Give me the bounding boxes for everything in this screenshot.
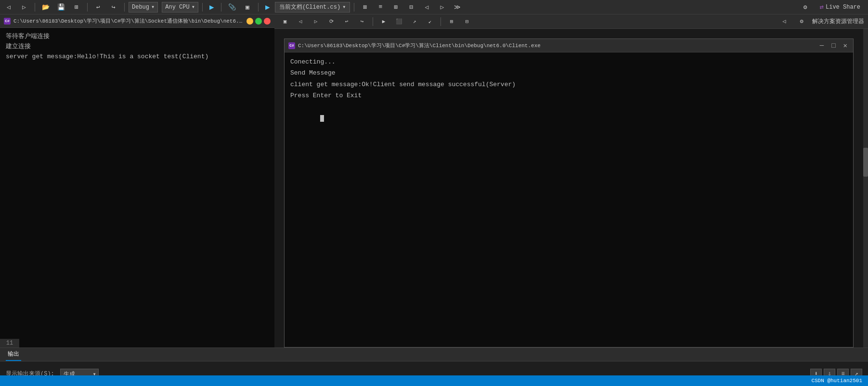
cpu-label: Any CPU	[165, 4, 189, 11]
tb2-btn6[interactable]: ↪	[355, 15, 369, 28]
attach-btn[interactable]: 📎	[225, 0, 239, 14]
client-console-icon: C#	[288, 42, 295, 49]
save-btn[interactable]: 💾	[54, 0, 68, 14]
cpu-chevron: ▾	[192, 3, 195, 11]
tb2-btn11[interactable]: ⊞	[445, 15, 458, 28]
run-current-btn[interactable]: ▶	[262, 2, 273, 13]
divider-4	[202, 3, 203, 12]
output-tab-label: 输出	[8, 350, 19, 358]
divider-5	[221, 3, 221, 12]
divider-7	[354, 3, 354, 12]
sol-settings-icon[interactable]: ⚙	[795, 15, 808, 28]
server-console-panel: C# C:\Users\86183\Desktop\学习\项目\C#学习\算法\…	[0, 14, 274, 347]
server-console-title: C:\Users\86183\Desktop\学习\项目\C#学习\算法\Soc…	[13, 17, 244, 25]
divider-1	[35, 3, 35, 12]
client-console-title: C:\Users\86183\Desktop\学习\项目\C#学习\算法\Cli…	[298, 42, 815, 49]
device-btn[interactable]: ▣	[241, 0, 254, 14]
live-share-button[interactable]: ⇄ Live Share	[816, 0, 864, 14]
sol-icon1[interactable]: ◁	[777, 15, 791, 28]
extra-btn-4[interactable]: ⊟	[404, 0, 418, 14]
maximize-btn[interactable]	[255, 18, 262, 25]
bottom-panel-header: 输出	[0, 348, 868, 361]
toolbar-right: ⚙ ⇄ Live Share	[799, 0, 868, 14]
client-minimize-btn[interactable]: ─	[818, 42, 826, 49]
divider-2	[87, 3, 88, 12]
client-line-3: client get message:Ok!Client send messag…	[290, 79, 847, 90]
server-line-1: 等待客户端连接	[6, 32, 269, 42]
status-bar: CSDN @hutian2501	[0, 375, 868, 386]
tb2-btn9[interactable]: ↗	[408, 15, 421, 28]
tb2-btn2[interactable]: ◁	[294, 15, 307, 28]
tb2-btn4[interactable]: ⟳	[324, 15, 338, 28]
run-button[interactable]: ▶	[207, 2, 217, 13]
save-all-btn[interactable]: ⊞	[70, 0, 83, 14]
client-console-window: C# C:\Users\86183\Desktop\学习\项目\C#学习\算法\…	[284, 39, 854, 347]
tb2-btn8[interactable]: ⬛	[392, 15, 406, 28]
server-line-3: server get message:Hello!This is a socke…	[6, 52, 269, 62]
extra-btn-5[interactable]: ◁	[420, 0, 433, 14]
window-ctrl-btns: ─ □ ✕	[818, 42, 849, 49]
tb2-btn10[interactable]: ↙	[423, 15, 437, 28]
tb2-divider	[373, 17, 373, 26]
client-console-titlebar: C# C:\Users\86183\Desktop\学习\项目\C#学习\算法\…	[285, 39, 853, 52]
extra-btn-3[interactable]: ⊞	[389, 0, 402, 14]
client-maximize-btn[interactable]: □	[829, 42, 837, 49]
right-panel: C# C:\Users\86183\Desktop\学习\项目\C#学习\算法\…	[274, 29, 863, 347]
debug-chevron: ▾	[151, 3, 155, 11]
client-console-body: Conecting... Send Messege client get mes…	[285, 52, 853, 347]
back-btn[interactable]: ◁	[2, 0, 15, 14]
scrollbar-thumb[interactable]	[863, 148, 868, 177]
client-cursor-line	[290, 102, 847, 135]
tb2-btn12[interactable]: ⊟	[460, 15, 474, 28]
solution-manager-label[interactable]: 解决方案资源管理器	[812, 17, 864, 26]
server-panel-controls	[246, 18, 271, 25]
line-number: 11	[0, 339, 19, 347]
close-btn[interactable]	[264, 18, 271, 25]
client-line-1: Conecting...	[290, 56, 847, 67]
scrollbar-track[interactable]	[863, 14, 868, 347]
current-doc-btn[interactable]: 当前文档(Client.cs) ▾	[275, 2, 350, 13]
extra-btn-7[interactable]: ≫	[451, 0, 464, 14]
client-close-btn[interactable]: ✕	[842, 42, 849, 49]
redo-btn[interactable]: ↪	[107, 0, 120, 14]
live-share-label: Live Share	[826, 4, 860, 11]
client-line-4: Press Enter to Exit	[290, 90, 847, 101]
server-console-icon: C#	[4, 18, 11, 25]
solution-manager-area: ◁ ⚙ 解决方案资源管理器	[777, 15, 864, 28]
current-doc-label: 当前文档(Client.cs)	[279, 3, 340, 11]
current-doc-chevron: ▾	[342, 3, 346, 11]
csdn-user-label: CSDN @hutian2501	[811, 378, 862, 384]
client-cursor	[320, 115, 324, 122]
debug-label: Debug	[132, 4, 149, 11]
toolbar-left: ◁ ▷ 📂 💾 ⊞ ↩ ↪ Debug ▾ Any CPU ▾ ▶ 📎 ▣ ▶ …	[0, 0, 464, 14]
forward-btn[interactable]: ▷	[17, 0, 31, 14]
extra-btn-6[interactable]: ▷	[435, 0, 449, 14]
extra-btn-2[interactable]: ≡	[374, 0, 387, 14]
minimize-btn[interactable]	[246, 18, 253, 25]
tb2-btn5[interactable]: ↩	[340, 15, 353, 28]
second-toolbar: ▣ ◁ ▷ ⟳ ↩ ↪ ▶ ⬛ ↗ ↙ ⊞ ⊟ ◁ ⚙ 解决方案资源管理器	[274, 14, 868, 29]
tb2-btn1[interactable]: ▣	[278, 15, 292, 28]
output-tab[interactable]: 输出	[6, 348, 21, 361]
extra-btn-1[interactable]: ⊠	[358, 0, 372, 14]
tb2-btn3[interactable]: ▷	[309, 15, 323, 28]
tb2-btn7[interactable]: ▶	[377, 15, 390, 28]
divider-3	[124, 3, 125, 12]
live-share-icon: ⇄	[820, 3, 824, 11]
client-line-2: Send Messege	[290, 67, 847, 78]
server-line-2: 建立连接	[6, 42, 269, 52]
open-btn[interactable]: 📂	[39, 0, 52, 14]
cpu-dropdown[interactable]: Any CPU ▾	[162, 2, 198, 13]
server-console-header: C# C:\Users\86183\Desktop\学习\项目\C#学习\算法\…	[0, 14, 274, 28]
top-toolbar: ◁ ▷ 📂 💾 ⊞ ↩ ↪ Debug ▾ Any CPU ▾ ▶ 📎 ▣ ▶ …	[0, 0, 868, 14]
debug-dropdown[interactable]: Debug ▾	[129, 2, 158, 13]
divider-6	[258, 3, 259, 12]
tb2-divider2	[440, 17, 441, 26]
settings-icon[interactable]: ⚙	[799, 0, 812, 14]
server-console-content: 等待客户端连接 建立连接 server get message:Hello!Th…	[0, 28, 274, 347]
undo-btn[interactable]: ↩	[91, 0, 105, 14]
